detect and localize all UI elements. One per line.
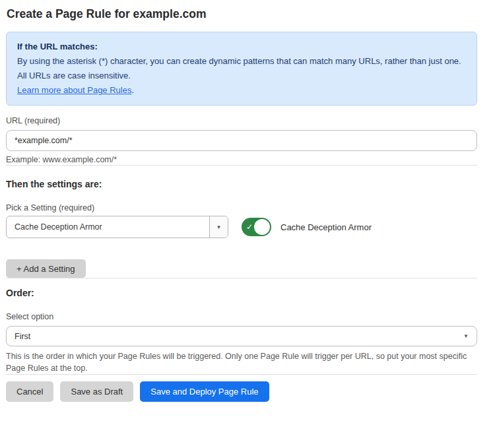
setting-row: Cache Deception Armor ▼ ✓ Cache Deceptio… bbox=[6, 216, 477, 238]
toggle-knob bbox=[254, 219, 270, 235]
settings-section-heading: Then the settings are: bbox=[6, 179, 477, 190]
divider bbox=[6, 374, 477, 375]
chevron-down-icon: ▼ bbox=[216, 224, 222, 230]
link-suffix: . bbox=[131, 85, 134, 95]
info-box-body: By using the asterisk (*) character, you… bbox=[17, 54, 466, 83]
divider bbox=[6, 165, 477, 166]
setting-picker-arrow-button[interactable]: ▼ bbox=[209, 216, 228, 238]
footer-actions: Cancel Save as Draft Save and Deploy Pag… bbox=[6, 381, 477, 402]
setting-toggle[interactable]: ✓ bbox=[242, 218, 271, 236]
order-select-label: Select option bbox=[6, 312, 477, 322]
save-and-deploy-button[interactable]: Save and Deploy Page Rule bbox=[140, 381, 269, 402]
page-title: Create a Page Rule for example.com bbox=[7, 7, 477, 21]
url-field-helper: Example: www.example.com/* bbox=[6, 155, 477, 165]
url-match-info-box: If the URL matches: By using the asteris… bbox=[6, 32, 477, 106]
cancel-button[interactable]: Cancel bbox=[6, 381, 53, 402]
order-section-heading: Order: bbox=[6, 288, 477, 299]
add-setting-button[interactable]: + Add a Setting bbox=[6, 259, 86, 278]
url-field-label: URL (required) bbox=[6, 116, 477, 126]
page-rule-form: Create a Page Rule for example.com If th… bbox=[0, 0, 495, 402]
chevron-down-icon: ▼ bbox=[463, 333, 469, 339]
order-select-dropdown[interactable]: First ▼ bbox=[6, 326, 477, 346]
learn-more-link[interactable]: Learn more about Page Rules bbox=[17, 85, 131, 95]
order-select-value: First bbox=[15, 332, 463, 341]
setting-picker-dropdown[interactable]: Cache Deception Armor ▼ bbox=[6, 216, 228, 238]
setting-picker-label: Pick a Setting (required) bbox=[6, 203, 477, 213]
info-box-heading: If the URL matches: bbox=[17, 40, 466, 54]
check-icon: ✓ bbox=[246, 223, 253, 231]
divider bbox=[6, 278, 477, 278]
order-helper-text: This is the order in which your Page Rul… bbox=[6, 350, 468, 374]
setting-picker-value: Cache Deception Armor bbox=[7, 216, 209, 238]
url-input[interactable] bbox=[6, 130, 477, 151]
info-box-link-line: Learn more about Page Rules. bbox=[17, 83, 466, 98]
save-as-draft-button[interactable]: Save as Draft bbox=[60, 381, 133, 402]
setting-toggle-label: Cache Deception Armor bbox=[280, 222, 372, 232]
